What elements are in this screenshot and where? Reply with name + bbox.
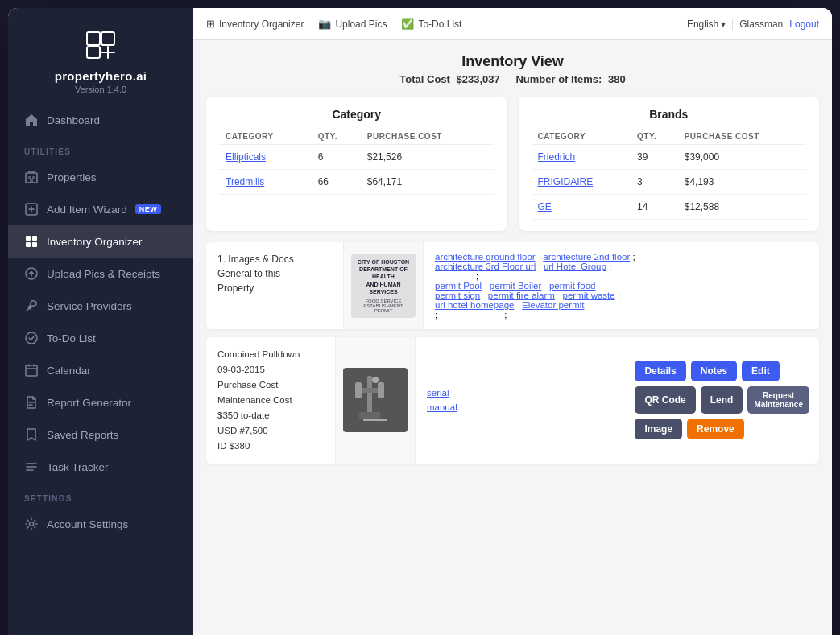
manual-link[interactable]: manual [427, 402, 614, 412]
hotel-group-url-link[interactable]: url Hotel Group [544, 262, 606, 271]
frigidaire-link[interactable]: FRIGIDAIRE [538, 176, 594, 188]
sidebar-item-calendar[interactable]: Calendar [8, 354, 193, 386]
details-button[interactable]: Details [635, 361, 685, 381]
svg-point-15 [30, 522, 34, 526]
sidebar-item-to-do-list[interactable]: To-Do List [8, 322, 193, 354]
svg-rect-14 [26, 365, 37, 376]
svg-rect-10 [26, 242, 31, 247]
svg-point-22 [372, 377, 379, 383]
cost-col-header: PURCHASE COST [361, 129, 494, 145]
notes-button[interactable]: Notes [691, 361, 737, 381]
settings-label: SETTINGS [8, 483, 193, 508]
item-info-docs: 1. Images & DocsGeneral to thisProperty [206, 242, 343, 329]
upload-icon [24, 266, 39, 281]
lend-button[interactable]: Lend [701, 386, 743, 414]
calendar-icon [24, 363, 39, 377]
gear-icon [24, 517, 39, 531]
logout-button[interactable]: Logout [789, 19, 819, 30]
grid-small-icon: ⊞ [206, 18, 215, 30]
document-icon [24, 395, 39, 410]
tables-row: Category CATEGORY QTY. PURCHASE COST Ell… [206, 97, 819, 231]
check-circle-icon [24, 331, 39, 345]
friedrich-link[interactable]: Friedrich [538, 151, 576, 163]
sidebar-logo: propertyhero.ai Version 1.4.0 [8, 8, 193, 104]
qr-code-button[interactable]: QR Code [635, 386, 695, 414]
svg-rect-11 [32, 242, 37, 247]
utilities-label: UTILITIES [8, 136, 193, 161]
sidebar-item-account-settings[interactable]: Account Settings [8, 508, 193, 540]
table-row: GE 14 $12,588 [532, 195, 807, 220]
remove-button[interactable]: Remove [687, 419, 744, 439]
category-table-card: Category CATEGORY QTY. PURCHASE COST Ell… [206, 97, 507, 231]
permit-food-link[interactable]: permit food [549, 281, 596, 291]
brand-name: propertyhero.ai [21, 69, 180, 83]
page-title: Inventory View [206, 53, 819, 70]
sidebar-item-properties[interactable]: Properties [8, 161, 193, 193]
permit-pool-link[interactable]: permit Pool [435, 281, 482, 291]
permit-sign-link[interactable]: permit sign [435, 291, 480, 300]
elevator-permit-link[interactable]: Elevator permit [522, 300, 584, 310]
architecture-ground-floor-link[interactable]: architecture ground floor [435, 252, 536, 262]
architecture-3rd-floor-link[interactable]: architecture 3rd Floor url [435, 262, 536, 271]
sidebar-item-service-providers[interactable]: Service Providers [8, 290, 193, 322]
sidebar-item-saved-reports[interactable]: Saved Reports [8, 419, 193, 451]
brand-cost-col-header: PURCHASE COST [678, 129, 806, 145]
svg-rect-9 [32, 236, 37, 241]
item-links-docs: architecture ground floor architecture 2… [424, 242, 819, 329]
request-maintenance-button[interactable]: RequestMaintenance [747, 386, 809, 414]
language-selector[interactable]: English ▾ [687, 19, 726, 30]
cat-col-header: CATEGORY [219, 129, 312, 145]
brands-title: Brands [532, 108, 807, 121]
actions-row-1: Details Notes Edit [635, 361, 809, 381]
topbar-upload-link[interactable]: 📷 Upload Pics [318, 18, 387, 30]
sidebar-item-add-item-wizard[interactable]: Add Item Wizard NEW [8, 193, 193, 225]
svg-rect-20 [378, 382, 384, 398]
svg-rect-6 [30, 179, 33, 183]
brands-table: CATEGORY QTY. PURCHASE COST Friedrich 39… [532, 129, 807, 220]
table-row: Ellipticals 6 $21,526 [219, 145, 494, 170]
category-table: CATEGORY QTY. PURCHASE COST Ellipticals … [219, 129, 494, 195]
brand-qty-col-header: QTY. [631, 129, 678, 145]
new-badge: NEW [135, 204, 162, 214]
ge-link[interactable]: GE [538, 201, 552, 212]
sidebar: propertyhero.ai Version 1.4.0 Dashboard … [8, 8, 193, 635]
brands-table-card: Brands CATEGORY QTY. PURCHASE COST Fried… [519, 97, 820, 231]
topbar-inventory-link[interactable]: ⊞ Inventory Organizer [206, 18, 304, 30]
total-cost-value: $233,037 [457, 73, 500, 85]
camera-small-icon: 📷 [318, 18, 331, 30]
sidebar-item-report-generator[interactable]: Report Generator [8, 386, 193, 419]
serial-link[interactable]: serial [427, 388, 614, 398]
url-hotel-homepage-link[interactable]: url hotel homepage [435, 300, 514, 310]
svg-rect-5 [32, 176, 35, 179]
permit-fire-alarm-link[interactable]: permit fire alarm [488, 291, 555, 300]
divider [732, 19, 733, 30]
image-button[interactable]: Image [635, 419, 682, 439]
sidebar-item-dashboard[interactable]: Dashboard [8, 104, 193, 136]
permit-waste-link[interactable]: permit waste [563, 291, 615, 300]
username: Glassman [739, 19, 783, 30]
svg-rect-8 [26, 236, 31, 241]
sidebar-item-task-tracker[interactable]: Task Tracker [8, 451, 193, 483]
svg-rect-17 [367, 376, 372, 416]
app-container: propertyhero.ai Version 1.4.0 Dashboard … [8, 8, 832, 635]
permit-boiler-link[interactable]: permit Boiler [490, 281, 542, 291]
ellipticals-link[interactable]: Ellipticals [226, 151, 266, 163]
sidebar-item-upload-pics[interactable]: Upload Pics & Receipts [8, 258, 193, 290]
item-usd: USD #7,500 [217, 423, 324, 439]
sidebar-item-inventory-organizer[interactable]: Inventory Organizer [8, 225, 193, 258]
num-items-value: 380 [608, 73, 626, 85]
logo-icon [81, 24, 121, 64]
svg-rect-4 [28, 176, 31, 179]
qty-col-header: QTY. [312, 129, 361, 145]
home-icon [24, 113, 39, 127]
tredmills-link[interactable]: Tredmills [226, 176, 264, 188]
brand-cat-col-header: CATEGORY [532, 129, 631, 145]
topbar-todo-link[interactable]: ✅ To-Do List [401, 18, 461, 30]
architecture-2nd-floor-link[interactable]: architecture 2nd floor [543, 252, 630, 262]
svg-rect-2 [87, 47, 100, 58]
svg-rect-0 [87, 32, 100, 45]
item-image-docs: CITY OF HOUSTONDEPARTMENT OF HEALTHAND H… [343, 242, 424, 329]
item-actions-pulldown: Details Notes Edit QR Code Lend RequestM… [625, 337, 819, 464]
edit-button[interactable]: Edit [742, 361, 780, 381]
plus-box-icon [24, 202, 39, 216]
